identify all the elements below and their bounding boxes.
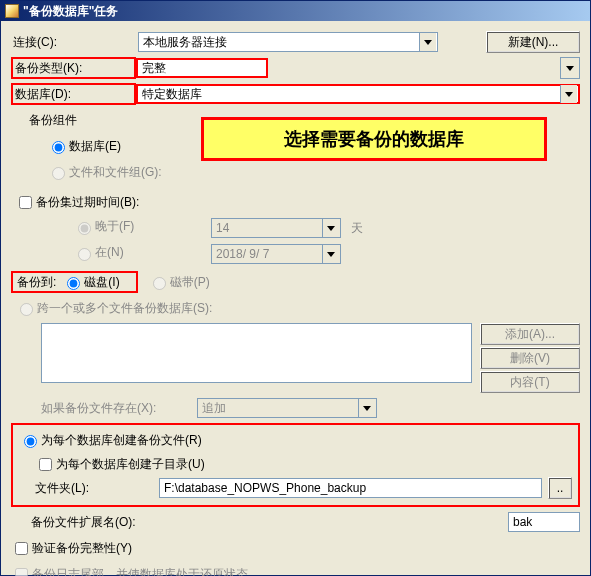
backup-file-listbox[interactable] — [41, 323, 472, 383]
radio-expire-after-input — [78, 222, 91, 235]
radio-component-database-label: 数据库(E) — [69, 138, 121, 155]
database-value: 特定数据库 — [142, 86, 202, 103]
radio-span-files-label: 跨一个或多个文件备份数据库(S): — [37, 300, 212, 317]
row-span-files: 跨一个或多个文件备份数据库(S): — [11, 297, 580, 319]
label-backup-to: 备份到: — [17, 274, 56, 291]
expire-days-spinner: 14 — [211, 218, 341, 238]
row-create-subdir: 为每个数据库创建子目录(U) — [19, 453, 572, 475]
check-expire-input[interactable] — [19, 196, 32, 209]
radio-span-files: 跨一个或多个文件备份数据库(S): — [11, 300, 212, 317]
label-connection: 连接(C): — [11, 34, 138, 51]
check-create-subdir[interactable]: 为每个数据库创建子目录(U) — [19, 455, 205, 474]
row-connection: 连接(C): 本地服务器连接 新建(N)... — [11, 31, 580, 53]
label-folder: 文件夹(L): — [19, 480, 159, 497]
radio-component-files: 文件和文件组(G): — [11, 164, 162, 181]
radio-backup-to-tape-input — [153, 277, 166, 290]
radio-create-per-db-input[interactable] — [24, 435, 37, 448]
label-if-exists: 如果备份文件存在(X): — [11, 400, 197, 417]
radio-expire-on: 在(N) — [73, 244, 124, 261]
radio-expire-after: 晚于(F) — [73, 218, 134, 235]
radio-component-files-input — [52, 167, 65, 180]
radio-component-files-label: 文件和文件组(G): — [69, 164, 162, 181]
days-unit-label: 天 — [351, 220, 363, 237]
row-folder: 文件夹(L): .. — [19, 477, 572, 499]
radio-backup-to-tape-label: 磁带(P) — [170, 274, 210, 291]
expire-date-picker: 2018/ 9/ 7 — [211, 244, 341, 264]
row-backup-to: 备份到: 磁盘(I) 磁带(P) — [11, 271, 580, 293]
row-verify: 验证备份完整性(Y) — [11, 537, 580, 559]
remove-button: 删除(V) — [480, 347, 580, 369]
radio-expire-after-label: 晚于(F) — [95, 218, 134, 235]
row-create-per-db: 为每个数据库创建备份文件(R) — [19, 429, 572, 451]
radio-backup-to-disk[interactable]: 磁盘(I) — [62, 274, 119, 291]
check-verify-input[interactable] — [15, 542, 28, 555]
window-title: "备份数据库"任务 — [23, 3, 588, 20]
label-backup-type: 备份类型(K): — [11, 57, 136, 79]
radio-create-per-db[interactable]: 为每个数据库创建备份文件(R) — [19, 432, 202, 449]
callout-select-database: 选择需要备份的数据库 — [201, 117, 547, 161]
row-expire-after: 晚于(F) 14 天 — [11, 217, 580, 239]
check-create-subdir-input[interactable] — [39, 458, 52, 471]
backup-type-value: 完整 — [142, 60, 166, 77]
browse-button[interactable]: .. — [548, 477, 572, 499]
check-create-subdir-label: 为每个数据库创建子目录(U) — [56, 456, 205, 473]
chevron-down-icon — [560, 85, 577, 103]
row-if-exists: 如果备份文件存在(X): 追加 — [11, 397, 580, 419]
if-exists-value: 追加 — [202, 400, 226, 417]
row-ext: 备份文件扩展名(O): — [11, 511, 580, 533]
radio-backup-to-disk-label: 磁盘(I) — [84, 274, 119, 291]
folder-input[interactable] — [159, 478, 542, 498]
expire-date-value: 2018/ 9/ 7 — [216, 247, 269, 261]
if-exists-combo: 追加 — [197, 398, 377, 418]
radio-backup-to-disk-input[interactable] — [67, 277, 80, 290]
database-combo[interactable]: 特定数据库 — [136, 84, 580, 104]
check-tail-log-input — [15, 568, 28, 577]
backup-type-dropdown-button[interactable] — [560, 57, 580, 79]
chevron-down-icon — [322, 245, 339, 263]
per-db-section: 为每个数据库创建备份文件(R) 为每个数据库创建子目录(U) 文件夹(L): .… — [11, 423, 580, 507]
row-database: 数据库(D): 特定数据库 — [11, 83, 580, 105]
row-component-files: 文件和文件组(G): — [11, 161, 580, 183]
add-button: 添加(A)... — [480, 323, 580, 345]
window: "备份数据库"任务 连接(C): 本地服务器连接 新建(N)... 备份类型(K… — [0, 0, 591, 576]
check-expire[interactable]: 备份集过期时间(B): — [11, 193, 139, 212]
row-expire-on: 在(N) 2018/ 9/ 7 — [11, 243, 580, 265]
row-tail-log: 备份日志尾部，并使数据库处于还原状态... — [11, 563, 580, 576]
check-expire-label: 备份集过期时间(B): — [36, 194, 139, 211]
radio-span-files-input — [20, 303, 33, 316]
radio-expire-on-label: 在(N) — [95, 244, 124, 261]
chevron-down-icon — [419, 33, 436, 51]
label-ext: 备份文件扩展名(O): — [11, 514, 361, 531]
titlebar[interactable]: "备份数据库"任务 — [1, 1, 590, 21]
row-backup-type: 备份类型(K): 完整 — [11, 57, 580, 79]
connection-combo[interactable]: 本地服务器连接 — [138, 32, 438, 52]
callout-text: 选择需要备份的数据库 — [284, 127, 464, 151]
connection-value: 本地服务器连接 — [143, 34, 227, 51]
radio-expire-on-input — [78, 248, 91, 261]
expire-days-value: 14 — [216, 221, 229, 235]
check-verify-label: 验证备份完整性(Y) — [32, 540, 132, 557]
radio-create-per-db-label: 为每个数据库创建备份文件(R) — [41, 432, 202, 449]
spinner-icon — [322, 219, 339, 237]
check-verify[interactable]: 验证备份完整性(Y) — [11, 539, 132, 558]
content-area: 连接(C): 本地服务器连接 新建(N)... 备份类型(K): 完整 — [1, 21, 590, 576]
row-expire-header: 备份集过期时间(B): — [11, 191, 580, 213]
radio-component-database-input[interactable] — [52, 141, 65, 154]
chevron-down-icon — [562, 59, 578, 77]
check-tail-log-label: 备份日志尾部，并使数据库处于还原状态... — [32, 566, 258, 577]
row-file-list: 添加(A)... 删除(V) 内容(T) — [11, 323, 580, 393]
chevron-down-icon — [358, 399, 375, 417]
radio-component-database[interactable]: 数据库(E) — [11, 138, 121, 155]
check-tail-log: 备份日志尾部，并使数据库处于还原状态... — [11, 565, 258, 577]
app-icon — [5, 4, 19, 18]
label-component-group: 备份组件 — [11, 112, 136, 129]
contents-button: 内容(T) — [480, 371, 580, 393]
ext-input[interactable] — [508, 512, 580, 532]
new-button[interactable]: 新建(N)... — [486, 31, 580, 53]
backup-type-combo[interactable]: 完整 — [136, 58, 268, 78]
radio-backup-to-tape: 磁带(P) — [148, 274, 210, 291]
label-database: 数据库(D): — [11, 83, 136, 105]
